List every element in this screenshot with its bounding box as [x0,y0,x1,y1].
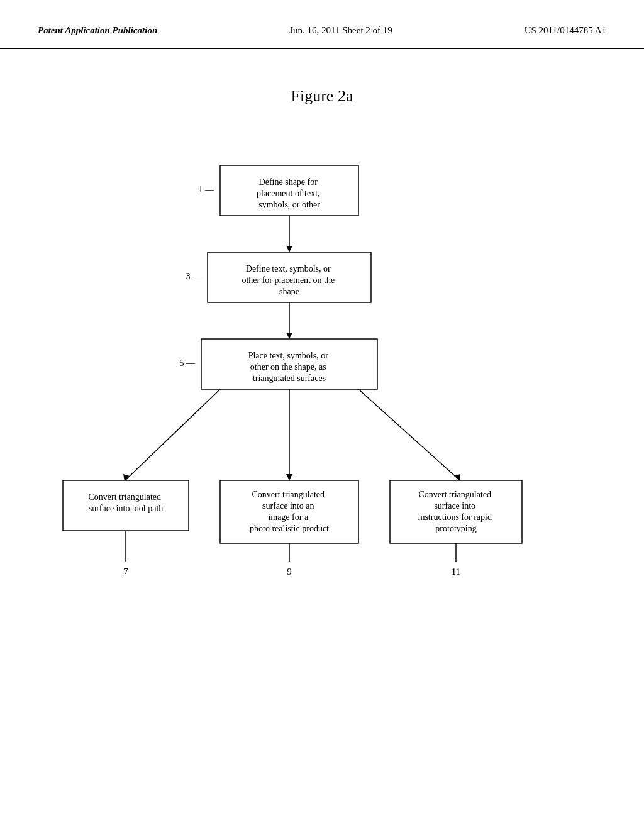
step1-text: Define shape for placement of text, symb… [257,177,322,209]
branch-right-line [358,389,459,480]
flowchart-svg: Define shape for placement of text, symb… [0,137,644,703]
step11-bottom-label: 11 [452,567,460,577]
diagram-container: Define shape for placement of text, symb… [0,137,644,703]
step1-label: 1 — [199,185,215,194]
branch-center-head [286,474,292,480]
page-header: Patent Application Publication Jun. 16, … [0,0,644,49]
step7-bottom-label: 7 [123,567,128,577]
header-publication-type: Patent Application Publication [38,25,157,36]
step5-text: Place text, symbols, or other on the sha… [248,351,331,383]
arrow2-head [286,333,292,339]
step9-bottom-label: 9 [287,567,292,577]
header-patent-number: US 2011/0144785 A1 [525,25,606,36]
branch-left-line [126,389,220,480]
step5-label: 5 — [180,358,196,368]
figure-title: Figure 2a [0,87,644,106]
arrow1-head [286,246,292,252]
header-date-sheet: Jun. 16, 2011 Sheet 2 of 19 [289,25,392,36]
step3-label: 3 — [186,272,203,281]
